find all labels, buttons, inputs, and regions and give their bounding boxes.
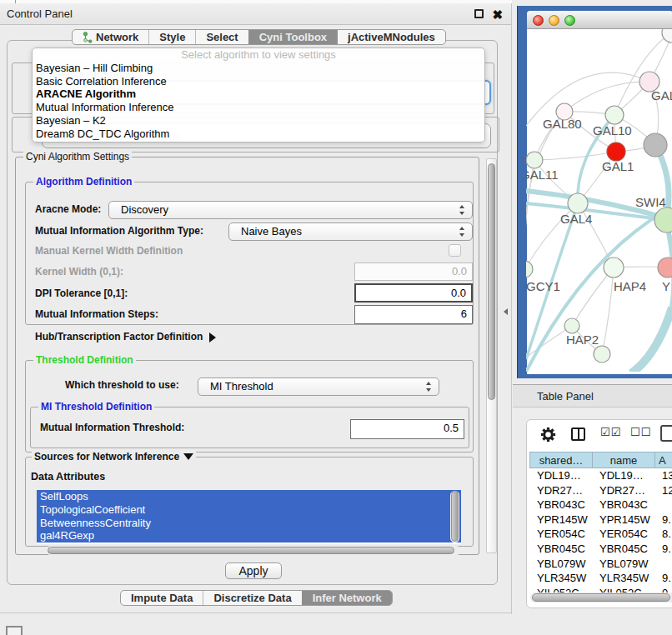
hub-definition-toggle[interactable]: Hub/Transcription Factor Definition: [35, 331, 216, 342]
settings-vertical-scrollbar[interactable]: [486, 158, 497, 553]
tab-infer-network[interactable]: Infer Network: [302, 591, 392, 605]
zoom-traffic-light[interactable]: [564, 15, 575, 26]
table-row[interactable]: YBR043CYBR043C: [529, 498, 672, 512]
show-columns-icon[interactable]: [571, 428, 585, 441]
threshold-definition-group: Threshold Definition Which threshold to …: [25, 360, 474, 452]
algorithm-option[interactable]: Bayesian – Hill Climbing: [33, 62, 484, 75]
kernel-width-label: Kernel Width (0,1):: [35, 266, 123, 278]
combo-arrows-icon: [425, 381, 433, 392]
tab-style[interactable]: Style: [148, 30, 195, 44]
algorithm-definition-title: Algorithm Definition: [33, 176, 134, 188]
column-header[interactable]: shared…: [529, 452, 592, 468]
mi-threshold-definition-group: MI Threshold Definition Mutual Informati…: [30, 407, 469, 448]
gear-icon[interactable]: [540, 427, 556, 442]
close-traffic-light[interactable]: [533, 15, 544, 26]
graph-edge[interactable]: [564, 82, 649, 112]
network-graph[interactable]: GAL7GAL80GAL10GAL1GAL11GAL4SWI4HAP4YGCY1…: [526, 29, 672, 372]
settings-horizontal-scrollbar[interactable]: [46, 546, 461, 555]
mi-type-combobox[interactable]: Naive Bayes: [228, 222, 473, 241]
graph-node-hap2[interactable]: [564, 318, 579, 333]
table-row[interactable]: YDR27…YDR27…12: [529, 483, 672, 498]
table-row[interactable]: YBL079WYBL079W: [529, 557, 672, 572]
data-attribute-item[interactable]: SelfLoops: [37, 490, 461, 503]
algorithm-option[interactable]: ARACNE Algorithm: [33, 88, 484, 101]
network-window-titlebar[interactable]: [527, 11, 672, 29]
mi-steps-label: Mutual Information Steps:: [35, 308, 158, 320]
algorithm-dropdown-popup: Select algorithm to view settings Bayesi…: [32, 48, 485, 142]
kernel-width-input[interactable]: 0.0: [354, 262, 473, 281]
network-icon: [83, 32, 93, 43]
column-header[interactable]: A: [654, 452, 672, 468]
graph-node-y[interactable]: [658, 258, 672, 278]
graph-node-gal11[interactable]: [526, 152, 543, 168]
tab-cyni-toolbox[interactable]: Cyni Toolbox: [248, 30, 337, 44]
data-attributes-label: Data Attributes: [31, 471, 105, 482]
minimize-traffic-light[interactable]: [549, 15, 559, 26]
dpi-tolerance-input[interactable]: 0.0: [354, 283, 473, 302]
select-all-columns-icon[interactable]: ☑☑: [600, 426, 621, 438]
collapsed-panel-button[interactable]: [6, 626, 23, 635]
data-attributes-list[interactable]: SelfLoopsTopologicalCoefficientBetweenne…: [37, 490, 461, 544]
tab-select[interactable]: Select: [195, 30, 248, 44]
cyni-bottom-tabs: Impute DataDiscretize DataInfer Network: [120, 590, 393, 606]
graph-node-label: GAL11: [526, 168, 559, 182]
mi-steps-input[interactable]: 6: [354, 305, 473, 324]
algorithm-option[interactable]: Mutual Information Inference: [33, 101, 484, 114]
algorithm-option[interactable]: Bayesian – K2: [33, 114, 484, 128]
table-row[interactable]: YPR145WYPR145W9.: [529, 512, 672, 528]
node-table: shared…nameA YDL19…YDL19…13YDR27…YDR27…1…: [529, 452, 672, 599]
manual-kernel-label: Manual Kernel Width Definition: [35, 245, 183, 257]
graph-node-label: GAL4: [560, 212, 592, 226]
graph-node-label: GAL10: [593, 123, 632, 138]
float-window-icon[interactable]: [474, 9, 484, 18]
table-row[interactable]: YDL19…YDL19…13: [529, 468, 672, 483]
control-panel-window: Control Panel ✖ Inference Algorithm Tabl…: [0, 3, 512, 614]
mi-type-label: Mutual Information Algorithm Type:: [35, 225, 203, 237]
close-icon[interactable]: ✖: [492, 4, 503, 26]
table-horizontal-scrollbar[interactable]: [530, 592, 672, 602]
tab-network[interactable]: Network: [73, 30, 148, 44]
graph-node-gal1[interactable]: [607, 142, 625, 161]
partial-toolbar-icon[interactable]: [660, 425, 672, 442]
table-row[interactable]: YER054CYER054C8.: [529, 527, 672, 542]
column-header[interactable]: name: [592, 452, 654, 468]
sources-title[interactable]: Sources for Network Inference: [32, 451, 196, 462]
graph-node-label: Y: [662, 279, 670, 293]
mi-threshold-input[interactable]: 0.5: [350, 419, 464, 439]
graph-node-hap4[interactable]: [604, 258, 624, 278]
data-attribute-item[interactable]: TopologicalCoefficient: [37, 503, 461, 517]
graph-node-label: GAL1: [602, 159, 634, 173]
unselect-all-columns-icon[interactable]: ☐☐: [630, 426, 651, 438]
graph-edge[interactable]: [572, 268, 614, 326]
manual-kernel-checkbox[interactable]: [449, 244, 461, 257]
which-threshold-combobox[interactable]: MI Threshold: [198, 378, 439, 396]
tab-discretize-data[interactable]: Discretize Data: [203, 591, 301, 605]
graph-node-label: HAP2: [566, 332, 599, 347]
tab-jactivemnodules[interactable]: jActiveMNodules: [337, 30, 445, 44]
table-panel-titlebar: Table Panel: [513, 384, 672, 408]
table-row[interactable]: YLR345WYLR345W9.: [529, 571, 672, 586]
algorithm-option[interactable]: Basic Correlation Inference: [33, 75, 484, 88]
data-attribute-item[interactable]: gal4RGexp: [37, 529, 461, 542]
graph-node-gal4[interactable]: [568, 193, 588, 213]
control-panel-title: Control Panel: [7, 8, 73, 20]
graph-node-label: GAL7: [651, 88, 672, 102]
apply-button[interactable]: Apply: [225, 562, 282, 579]
algorithm-definition-group: Algorithm Definition Aracne Mode: Discov…: [25, 182, 474, 325]
graph-node[interactable]: [662, 29, 672, 42]
data-attribute-item[interactable]: BetweennessCentrality: [37, 517, 461, 530]
graph-node[interactable]: [594, 346, 610, 362]
algorithm-option[interactable]: Dream8 DC_TDC Algorithm: [33, 128, 484, 141]
graph-node[interactable]: [644, 133, 667, 157]
table-row[interactable]: YBR045CYBR045C9.: [529, 542, 672, 557]
graph-node-swi4[interactable]: [654, 208, 672, 232]
list-vertical-scrollbar[interactable]: [450, 491, 459, 542]
graph-node-gcy1[interactable]: [526, 261, 533, 278]
control-panel-titlebar: Control Panel ✖: [0, 3, 511, 25]
which-threshold-label: Which threshold to use:: [65, 379, 179, 391]
graph-edge[interactable]: [631, 308, 672, 372]
splitter-collapse-icon[interactable]: [504, 308, 508, 315]
graph-node-gal10[interactable]: [605, 106, 624, 124]
tab-impute-data[interactable]: Impute Data: [121, 591, 203, 605]
aracne-mode-combobox[interactable]: Discovery: [108, 201, 473, 219]
